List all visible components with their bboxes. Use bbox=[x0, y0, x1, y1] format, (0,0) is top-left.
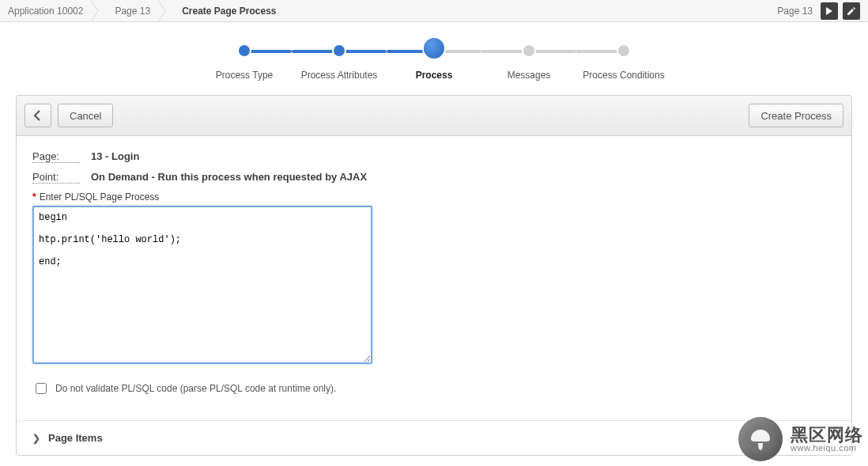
svg-marker-0 bbox=[826, 7, 832, 15]
step-messages[interactable]: Messages bbox=[481, 43, 576, 81]
breadcrumb-item-page[interactable]: Page 13 bbox=[99, 0, 163, 21]
edit-page-button[interactable] bbox=[843, 2, 860, 20]
play-icon bbox=[825, 7, 833, 15]
step-label: Process Type bbox=[216, 70, 273, 81]
page-items-title: Page Items bbox=[48, 432, 103, 444]
create-process-button[interactable]: Create Process bbox=[749, 104, 843, 127]
chevron-left-icon bbox=[33, 110, 43, 121]
breadcrumb-item-application[interactable]: Application 10002 bbox=[0, 0, 96, 21]
page-items-section[interactable]: ❯ Page Items bbox=[17, 420, 851, 455]
step-label: Messages bbox=[508, 70, 551, 81]
plsql-code-input[interactable] bbox=[32, 206, 372, 364]
point-value: On Demand - Run this process when reques… bbox=[91, 171, 367, 183]
required-mark: * bbox=[32, 191, 36, 203]
region-body: Page: 13 - Login Point: On Demand - Run … bbox=[17, 136, 851, 404]
novalidate-label: Do not validate PL/SQL code (parse PL/SQ… bbox=[55, 383, 336, 394]
wizard-region: Cancel Create Process Page: 13 - Login P… bbox=[16, 95, 852, 456]
region-header: Cancel Create Process bbox=[17, 96, 851, 136]
code-label-text: Enter PL/SQL Page Process bbox=[40, 191, 160, 203]
step-process-type[interactable]: Process Type bbox=[197, 43, 292, 81]
breadcrumb-right: Page 13 bbox=[777, 0, 863, 21]
code-field-label: *Enter PL/SQL Page Process bbox=[32, 191, 836, 203]
step-process[interactable]: Process bbox=[387, 43, 481, 81]
chevron-right-icon: ❯ bbox=[32, 433, 40, 444]
step-label: Process Attributes bbox=[301, 70, 378, 81]
back-button[interactable] bbox=[25, 104, 51, 127]
point-label: Point: bbox=[32, 171, 80, 184]
step-process-conditions[interactable]: Process Conditions bbox=[576, 43, 671, 81]
breadcrumb-bar: Application 10002 Page 13 Create Page Pr… bbox=[0, 0, 868, 22]
breadcrumb-sep bbox=[91, 0, 99, 22]
breadcrumb-sep bbox=[158, 0, 166, 22]
page-row: Page: 13 - Login bbox=[32, 150, 836, 163]
novalidate-row: Do not validate PL/SQL code (parse PL/SQ… bbox=[32, 381, 836, 396]
step-process-attributes[interactable]: Process Attributes bbox=[292, 43, 387, 81]
step-label: Process bbox=[416, 70, 453, 81]
step-label: Process Conditions bbox=[583, 70, 664, 81]
point-row: Point: On Demand - Run this process when… bbox=[32, 171, 836, 184]
wizard-progress: Process Type Process Attributes Process bbox=[0, 22, 868, 87]
cancel-button[interactable]: Cancel bbox=[58, 104, 113, 127]
novalidate-checkbox[interactable] bbox=[36, 383, 47, 394]
breadcrumb: Application 10002 Page 13 Create Page Pr… bbox=[0, 0, 777, 21]
breadcrumb-item-current: Create Page Process bbox=[166, 0, 289, 21]
page-value: 13 - Login bbox=[91, 150, 139, 162]
page-indicator: Page 13 bbox=[777, 6, 816, 17]
edit-icon bbox=[847, 6, 856, 16]
page-label: Page: bbox=[32, 150, 80, 163]
run-page-button[interactable] bbox=[821, 2, 838, 20]
